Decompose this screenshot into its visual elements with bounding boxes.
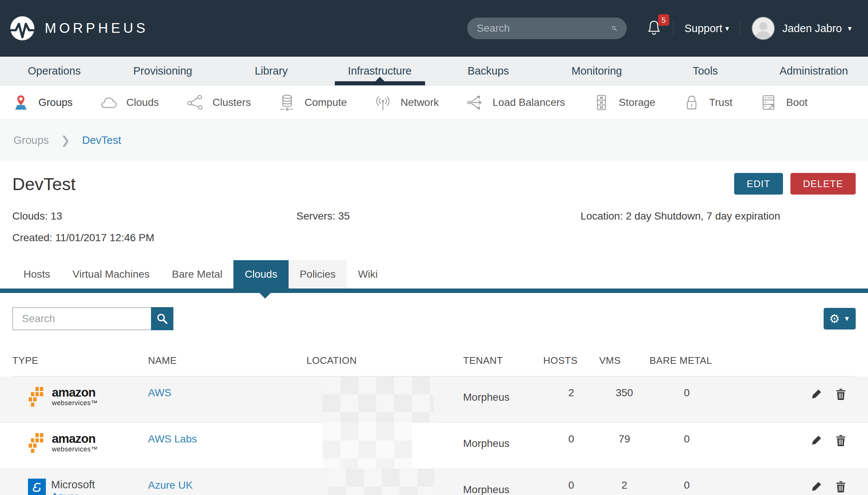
stat-clouds: Clouds: 13: [12, 210, 296, 222]
tenant-cell: Morpheus: [463, 376, 543, 409]
redacted-location: [323, 423, 412, 469]
delete-button[interactable]: DELETE: [790, 173, 856, 195]
active-nav-notch: [375, 77, 384, 81]
subnav-boot[interactable]: Boot: [760, 94, 808, 111]
search-icon: [156, 313, 168, 325]
breadcrumb-groups[interactable]: Groups: [13, 134, 49, 146]
nav-administration[interactable]: Administration: [760, 57, 868, 85]
user-name: Jaden Jabro: [782, 22, 842, 35]
boot-server-icon: [760, 94, 777, 111]
edit-row-icon[interactable]: [811, 435, 822, 455]
tab-wiki[interactable]: Wiki: [347, 260, 389, 289]
table-search-input[interactable]: [12, 307, 151, 330]
chevron-down-icon: ▾: [725, 24, 729, 33]
subnav-clusters[interactable]: Clusters: [186, 94, 251, 111]
nav-infrastructure[interactable]: Infrastructure: [326, 57, 434, 85]
active-nav-indicator: [335, 81, 425, 85]
edit-row-icon[interactable]: [811, 388, 822, 409]
subnav-storage[interactable]: Storage: [593, 94, 655, 111]
redacted-location: [328, 469, 434, 495]
user-menu[interactable]: Jaden Jabro▾: [782, 22, 852, 35]
col-vms[interactable]: VMS: [599, 355, 650, 376]
global-search[interactable]: [467, 18, 627, 39]
avatar[interactable]: [752, 17, 775, 40]
subnav-clouds[interactable]: Clouds: [100, 94, 159, 111]
hosts-cell: 0: [543, 423, 599, 455]
bare-metal-cell: 0: [650, 376, 724, 409]
subnav-load-balancers[interactable]: Load Balancers: [466, 94, 565, 111]
gear-icon: ⚙: [829, 312, 840, 326]
table-row: amazon webservices™ AWS Labs Morpheus 0 …: [0, 423, 868, 469]
location-cell: [306, 469, 463, 495]
active-tab-notch: [260, 293, 271, 299]
group-created: Created: 11/01/2017 12:46 PM: [0, 232, 868, 244]
cloud-link[interactable]: AWS Labs: [148, 423, 197, 445]
subnav-groups[interactable]: Groups: [12, 94, 73, 111]
aws-cubes-icon: [28, 386, 48, 409]
global-search-input[interactable]: [477, 22, 611, 34]
tab-virtual-machines[interactable]: Virtual Machines: [62, 260, 161, 289]
active-tab-bar: [0, 289, 868, 293]
avatar-icon: [752, 18, 774, 39]
edit-button[interactable]: EDIT: [734, 173, 783, 195]
bare-metal-cell: 0: [650, 469, 724, 495]
nav-library[interactable]: Library: [217, 57, 326, 85]
nav-tools[interactable]: Tools: [651, 57, 760, 85]
cloud-link[interactable]: Azure UK: [148, 469, 193, 491]
azure-logo: Microsoft Azure: [12, 469, 148, 495]
delete-row-icon[interactable]: [836, 435, 846, 455]
stat-created: Created: 11/01/2017 12:46 PM: [12, 232, 154, 243]
col-bare-metal[interactable]: BARE METAL: [650, 355, 724, 376]
breadcrumb: Groups ❯ DevTest: [0, 119, 868, 161]
map-pin-icon: [12, 94, 29, 111]
infrastructure-subnav: Groups Clouds Clusters Compute: [0, 86, 868, 119]
col-tenant[interactable]: TENANT: [463, 355, 543, 376]
divider: [740, 20, 740, 37]
nav-operations[interactable]: Operations: [0, 57, 108, 85]
cloud-icon: [100, 94, 117, 111]
stat-location: Location: 2 day Shutdown, 7 day expirati…: [581, 210, 856, 222]
tab-hosts[interactable]: Hosts: [12, 260, 62, 289]
table-search-button[interactable]: [151, 307, 173, 330]
top-bar: MORPHEUS 5 Support▾ Jaden Jabro▾: [0, 0, 868, 57]
location-cell: [306, 376, 463, 409]
nav-backups[interactable]: Backups: [434, 57, 542, 85]
vms-cell: 79: [599, 423, 650, 455]
subnav-compute[interactable]: Compute: [279, 94, 347, 111]
col-type[interactable]: TYPE: [12, 355, 148, 376]
tab-bare-metal[interactable]: Bare Metal: [161, 260, 233, 289]
col-hosts[interactable]: HOSTS: [543, 355, 599, 376]
azure-icon: [28, 479, 46, 495]
cloud-link[interactable]: AWS: [148, 376, 172, 399]
page-title: DevTest: [12, 174, 76, 194]
lock-icon: [683, 94, 700, 111]
vms-cell: 350: [599, 376, 650, 409]
delete-row-icon[interactable]: [836, 481, 846, 495]
vms-cell: 2: [599, 469, 650, 495]
tab-policies[interactable]: Policies: [289, 260, 347, 289]
main-nav: Operations Provisioning Library Infrastr…: [0, 57, 868, 86]
brand-name: MORPHEUS: [45, 21, 148, 36]
compute-stack-icon: [279, 94, 296, 111]
support-menu[interactable]: Support▾: [685, 22, 729, 35]
subnav-trust[interactable]: Trust: [683, 94, 733, 111]
col-location[interactable]: LOCATION: [306, 355, 463, 376]
nav-provisioning[interactable]: Provisioning: [108, 57, 217, 85]
notifications-button[interactable]: 5: [646, 19, 662, 37]
network-antenna-icon: [374, 94, 391, 111]
edit-row-icon[interactable]: [811, 481, 822, 495]
stat-servers: Servers: 35: [296, 210, 581, 222]
subnav-network[interactable]: Network: [374, 94, 439, 111]
table-row: Microsoft Azure Azure UK Morpheus 0 2 0: [0, 469, 868, 495]
breadcrumb-devtest[interactable]: DevTest: [82, 134, 121, 146]
bare-metal-cell: 0: [650, 423, 724, 455]
table-settings-button[interactable]: ⚙▼: [824, 308, 856, 330]
col-name[interactable]: NAME: [148, 355, 306, 376]
chevron-down-icon: ▾: [848, 24, 852, 33]
table-row: amazon webservices™ AWS Morpheus 2 350 0: [0, 376, 868, 423]
search-icon: [611, 23, 617, 34]
delete-row-icon[interactable]: [836, 388, 846, 409]
nav-monitoring[interactable]: Monitoring: [542, 57, 651, 85]
morpheus-logo[interactable]: MORPHEUS: [10, 16, 148, 41]
tab-clouds[interactable]: Clouds: [233, 260, 288, 289]
